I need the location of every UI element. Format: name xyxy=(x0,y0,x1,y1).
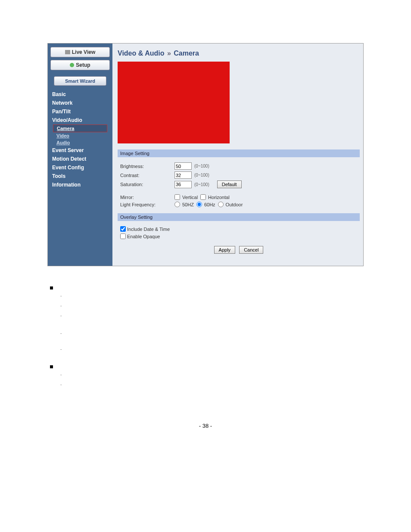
dash-icon: - xyxy=(60,302,62,309)
apply-button[interactable]: Apply xyxy=(214,246,236,254)
contrast-label: Contrast: xyxy=(120,173,174,178)
content-area: Video & Audio » Camera Image Setting Bri… xyxy=(112,44,363,266)
dash-icon: - xyxy=(60,330,62,337)
dash-icon: - xyxy=(60,371,62,378)
setup-button[interactable]: Setup xyxy=(50,60,110,70)
freq-50hz-radio[interactable] xyxy=(174,202,180,207)
dash-icon: - xyxy=(60,292,62,299)
sidebar-item-network[interactable]: Network xyxy=(50,99,110,107)
live-view-button[interactable]: Live View xyxy=(50,47,110,57)
sidebar-item-eventserver[interactable]: Event Server xyxy=(50,146,110,155)
dash-icon: - xyxy=(60,312,62,319)
sidebar-item-information[interactable]: Information xyxy=(50,180,110,189)
sidebar: Live View Setup Smart Wizard Basic Netwo… xyxy=(48,44,112,266)
mirror-label: Mirror: xyxy=(120,195,174,200)
breadcrumb-sep-icon: » xyxy=(167,50,171,57)
overlay-setting-header: Overlay Setting xyxy=(118,213,360,221)
brightness-input[interactable] xyxy=(174,162,192,170)
smart-wizard-button[interactable]: Smart Wizard xyxy=(54,76,106,86)
contrast-range: (0~100) xyxy=(194,173,209,177)
light-freq-label: Light Frequency: xyxy=(120,202,174,207)
freq-outdoor-label: Outdoor xyxy=(226,202,243,207)
sidebar-item-tools[interactable]: Tools xyxy=(50,172,110,180)
breadcrumb-root: Video & Audio xyxy=(118,50,164,57)
default-button[interactable]: Default xyxy=(217,180,242,188)
cancel-button[interactable]: Cancel xyxy=(239,246,263,254)
breadcrumb-current: Camera xyxy=(174,50,199,57)
sidebar-item-pantilt[interactable]: Pan/Tilt xyxy=(50,107,110,116)
square-bullet-icon xyxy=(50,286,53,289)
sidebar-item-motiondetect[interactable]: Motion Detect xyxy=(50,155,110,163)
mirror-vertical-checkbox[interactable] xyxy=(174,194,180,200)
freq-50hz-label: 50HZ xyxy=(182,202,194,207)
page-title: Video & Audio » Camera xyxy=(118,50,360,57)
mirror-horizontal-label: Horizontal xyxy=(208,195,230,200)
setup-icon xyxy=(70,63,74,67)
overlay-setting-body: Include Date & Time Enable Opaque Apply … xyxy=(118,221,360,260)
saturation-label: Saturation: xyxy=(120,182,174,187)
sidebar-subitem-audio[interactable]: Audio xyxy=(50,139,110,146)
saturation-input[interactable] xyxy=(174,181,192,188)
square-bullet-icon xyxy=(50,365,53,368)
sidebar-subitem-camera[interactable]: Camera xyxy=(53,124,107,132)
camera-preview xyxy=(118,62,230,143)
mirror-vertical-label: Vertical xyxy=(182,195,198,200)
brightness-label: Brightness: xyxy=(120,164,174,169)
sidebar-item-videoaudio[interactable]: Video/Audio xyxy=(50,116,110,124)
freq-60hz-label: 60Hz xyxy=(204,202,215,207)
mirror-horizontal-checkbox[interactable] xyxy=(200,194,206,200)
camera-icon xyxy=(65,50,70,54)
saturation-range: (0~100) xyxy=(194,182,209,187)
live-view-label: Live View xyxy=(72,49,95,55)
include-datetime-checkbox[interactable] xyxy=(120,226,126,232)
contrast-input[interactable] xyxy=(174,171,192,179)
sidebar-item-basic[interactable]: Basic xyxy=(50,90,110,99)
document-text: - - - - - - - xyxy=(47,266,364,388)
config-panel: Live View Setup Smart Wizard Basic Netwo… xyxy=(47,43,364,266)
image-setting-body: Brightness: (0~100) Contrast: (0~100) Sa… xyxy=(118,157,360,213)
enable-opaque-checkbox[interactable] xyxy=(120,233,126,239)
include-datetime-label: Include Date & Time xyxy=(127,227,170,232)
brightness-range: (0~100) xyxy=(194,164,209,168)
dash-icon: - xyxy=(60,346,62,353)
image-setting-header: Image Setting xyxy=(118,149,360,157)
dash-icon: - xyxy=(60,381,62,388)
freq-outdoor-radio[interactable] xyxy=(218,202,224,207)
sidebar-item-eventconfig[interactable]: Event Config xyxy=(50,163,110,172)
enable-opaque-label: Enable Opaque xyxy=(127,234,160,239)
freq-60hz-radio[interactable] xyxy=(196,202,202,207)
sidebar-subitem-video[interactable]: Video xyxy=(50,132,110,139)
page-number: - 38 - xyxy=(47,423,364,429)
setup-label: Setup xyxy=(76,62,90,68)
